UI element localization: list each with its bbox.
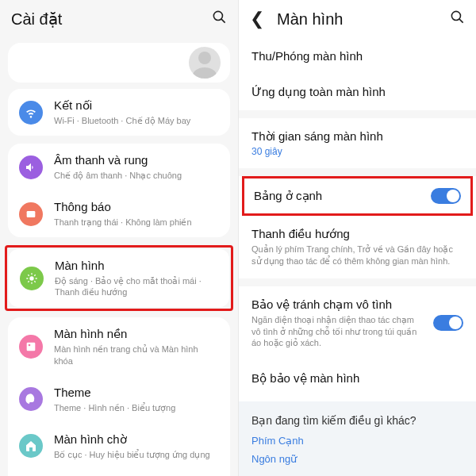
- page-title: Cài đặt: [11, 10, 212, 29]
- item-title: Theme: [54, 386, 219, 401]
- item-sub: Quản lý phím Trang chính, Trở về và Gần …: [251, 244, 463, 267]
- item-zoom[interactable]: Thu/Phóng màn hình: [239, 38, 476, 74]
- item-title: Bảng ở cạnh: [254, 189, 423, 203]
- avatar: [189, 47, 221, 79]
- divider: [239, 278, 476, 286]
- item-title: Màn hình: [55, 259, 218, 274]
- item-sub: Màn hình nền trang chủ và Màn hình khóa: [54, 344, 219, 367]
- display-card: Màn hình Độ sáng · Bảo vệ cho mắt thoải …: [9, 249, 229, 307]
- display-icon: [20, 267, 44, 290]
- svg-rect-12: [27, 343, 36, 351]
- item-sub: 30 giây: [251, 146, 463, 157]
- item-text: Bộ bảo vệ màn hình: [251, 371, 463, 386]
- edge-panels-highlight: Bảng ở cạnh: [242, 176, 473, 216]
- looking-for-block: Bạn đang tìm kiếm điều gì khác? Phím Cạn…: [239, 401, 476, 476]
- item-title: Bộ bảo vệ màn hình: [251, 371, 463, 386]
- footer-question: Bạn đang tìm kiếm điều gì khác?: [251, 414, 463, 427]
- svg-line-11: [34, 274, 35, 275]
- footer-link-side-key[interactable]: Phím Cạnh: [251, 435, 463, 447]
- svg-line-16: [459, 19, 463, 23]
- display-settings-panel: ❮ Màn hình Thu/Phóng màn hình Ứng dụng t…: [238, 0, 476, 476]
- account-row-partial[interactable]: [8, 43, 230, 83]
- item-edge-panels[interactable]: Bảng ở cạnh: [244, 178, 470, 213]
- item-notifications[interactable]: Thông báo Thanh trạng thái · Không làm p…: [8, 190, 230, 237]
- item-text: Thanh điều hướng Quản lý phím Trang chín…: [251, 227, 463, 267]
- item-title: Thu/Phóng màn hình: [251, 49, 463, 63]
- svg-point-13: [29, 344, 31, 347]
- svg-line-1: [221, 19, 225, 23]
- sounds-notif-card: Âm thanh và rung Chế độ âm thanh · Nhạc …: [8, 144, 230, 237]
- item-sub: Ngăn điện thoại nhận diện thao tác chạm …: [251, 314, 425, 350]
- svg-line-9: [34, 281, 35, 282]
- svg-point-0: [213, 11, 222, 20]
- item-title: Kết nối: [54, 98, 219, 113]
- item-title: Thanh điều hướng: [251, 227, 463, 241]
- item-sounds[interactable]: Âm thanh và rung Chế độ âm thanh · Nhạc …: [8, 144, 230, 190]
- item-themes[interactable]: Theme Theme · Hình nền · Biểu tượng: [8, 376, 230, 423]
- item-sub: Độ sáng · Bảo vệ cho mắt thoải mái · Tha…: [55, 275, 218, 298]
- item-title: Thông báo: [54, 200, 219, 215]
- item-display[interactable]: Màn hình Độ sáng · Bảo vệ cho mắt thoải …: [9, 249, 229, 307]
- back-icon[interactable]: ❮: [250, 10, 266, 28]
- footer-link-language[interactable]: Ngôn ngữ: [251, 453, 463, 465]
- personalization-card: Màn hình nền Màn hình nền trang chủ và M…: [8, 317, 230, 476]
- svg-point-15: [451, 11, 460, 20]
- home-icon: [19, 434, 43, 458]
- item-screensaver[interactable]: Bộ bảo vệ màn hình: [239, 360, 476, 397]
- wallpaper-icon: [19, 335, 43, 359]
- item-fullscreen-apps[interactable]: Ứng dụng toàn màn hình: [239, 74, 476, 110]
- item-sub: Chế độ âm thanh · Nhạc chuông: [54, 170, 219, 181]
- item-sub: Bố cục · Huy hiệu biểu tượng ứng dụng: [54, 449, 219, 460]
- item-screen-timeout[interactable]: Thời gian sáng màn hình 30 giây: [239, 118, 476, 168]
- item-sub: Thanh trạng thái · Không làm phiền: [54, 217, 219, 228]
- display-highlight: Màn hình Độ sáng · Bảo vệ cho mắt thoải …: [5, 245, 233, 311]
- header: ❮ Màn hình: [239, 0, 476, 38]
- item-home[interactable]: Màn hình chờ Bố cục · Huy hiệu biểu tượn…: [8, 423, 230, 470]
- svg-line-8: [28, 274, 29, 275]
- page-title: Màn hình: [277, 10, 450, 29]
- svg-point-3: [29, 276, 33, 280]
- header: Cài đặt: [0, 0, 238, 38]
- item-text: Kết nối Wi-Fi · Bluetooth · Chế độ Máy b…: [54, 98, 219, 126]
- wifi-icon: [19, 101, 43, 125]
- item-text: Màn hình nền Màn hình nền trang chủ và M…: [54, 327, 219, 366]
- item-text: Thu/Phóng màn hình: [251, 49, 463, 63]
- item-connections[interactable]: Kết nối Wi-Fi · Bluetooth · Chế độ Máy b…: [8, 89, 230, 136]
- accidental-touch-toggle[interactable]: [433, 315, 463, 331]
- item-text: Màn hình Độ sáng · Bảo vệ cho mắt thoải …: [55, 259, 218, 298]
- item-sub: Wi-Fi · Bluetooth · Chế độ Máy bay: [54, 115, 219, 126]
- item-text: Ứng dụng toàn màn hình: [251, 85, 463, 99]
- item-text: Theme Theme · Hình nền · Biểu tượng: [54, 386, 219, 413]
- item-title: Thời gian sáng màn hình: [251, 129, 463, 144]
- item-title: Bảo vệ tránh chạm vô tình: [251, 298, 425, 312]
- sound-icon: [19, 155, 43, 179]
- item-title: Âm thanh và rung: [54, 153, 219, 168]
- divider: [239, 110, 476, 118]
- item-sub: Theme · Hình nền · Biểu tượng: [54, 402, 219, 413]
- item-title: Màn hình chờ: [54, 432, 219, 447]
- divider: [239, 168, 476, 176]
- item-title: Màn hình nền: [54, 327, 219, 342]
- connections-card: Kết nối Wi-Fi · Bluetooth · Chế độ Máy b…: [8, 89, 230, 136]
- item-text: Bảo vệ tránh chạm vô tình Ngăn điện thoạ…: [251, 298, 425, 350]
- edge-panels-toggle[interactable]: [431, 188, 461, 204]
- settings-main-panel: Cài đặt Kết nối Wi-Fi · Bluetooth · Chế …: [0, 0, 238, 476]
- svg-line-10: [28, 281, 29, 282]
- search-icon[interactable]: [450, 10, 465, 29]
- item-accidental-touch[interactable]: Bảo vệ tránh chạm vô tình Ngăn điện thoạ…: [239, 286, 476, 361]
- search-icon[interactable]: [212, 10, 227, 29]
- item-nav-bar[interactable]: Thanh điều hướng Quản lý phím Trang chín…: [239, 216, 476, 278]
- item-title: Ứng dụng toàn màn hình: [251, 85, 463, 99]
- item-lock[interactable]: Màn hình khóa: [8, 470, 230, 476]
- item-text: Âm thanh và rung Chế độ âm thanh · Nhạc …: [54, 153, 219, 181]
- theme-icon: [19, 387, 43, 411]
- item-wallpaper[interactable]: Màn hình nền Màn hình nền trang chủ và M…: [8, 317, 230, 375]
- svg-rect-2: [27, 211, 36, 217]
- item-text: Bảng ở cạnh: [254, 189, 423, 203]
- item-text: Màn hình chờ Bố cục · Huy hiệu biểu tượn…: [54, 432, 219, 460]
- notification-icon: [19, 202, 43, 226]
- item-text: Thời gian sáng màn hình 30 giây: [251, 129, 463, 157]
- item-text: Thông báo Thanh trạng thái · Không làm p…: [54, 200, 219, 228]
